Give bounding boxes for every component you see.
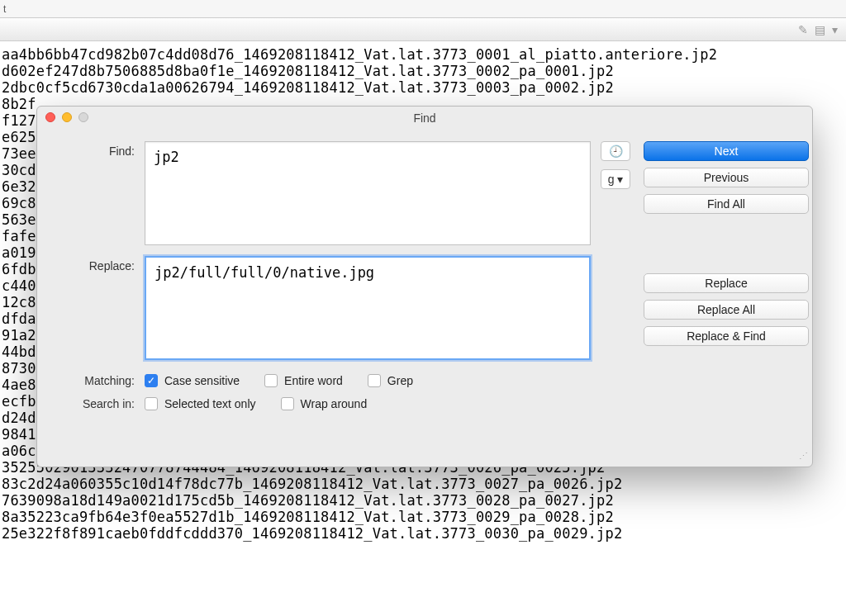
minimize-icon[interactable] [62, 112, 72, 122]
find-all-button[interactable]: Find All [644, 194, 809, 214]
text-line: 83c2d24a060355c10d14f78dc77b_14692081184… [2, 476, 846, 492]
grep-checkbox[interactable] [368, 374, 381, 387]
close-icon[interactable] [45, 112, 55, 122]
window-controls [45, 112, 88, 122]
search-in-label: Search in: [52, 397, 135, 410]
selected-text-only-label: Selected text only [164, 397, 256, 410]
editor-toolbar: ✎ ▤ ▾ [0, 18, 846, 41]
replace-label: Replace: [52, 256, 135, 362]
text-line: 25e322f8f891caeb0fddfcddd370_14692081184… [2, 525, 846, 542]
zoom-icon[interactable] [78, 112, 88, 122]
find-label: Find: [52, 141, 135, 248]
replace-button[interactable]: Replace [644, 273, 809, 293]
selected-text-only-checkbox[interactable] [145, 397, 158, 410]
text-line: 2dbc0cf5cd6730cda1a00626794_146920811841… [2, 79, 846, 96]
text-line: 7639098a18d149a0021d175cd5b_146920811841… [2, 492, 846, 509]
pencil-icon[interactable]: ✎ [798, 23, 808, 36]
text-line: aa4bb6bb47cd982b07c4dd08d76_146920811841… [2, 46, 846, 63]
find-input[interactable] [145, 141, 591, 245]
entire-word-checkbox[interactable] [264, 374, 278, 387]
dropdown-icon[interactable]: ▾ [832, 23, 838, 36]
previous-button[interactable]: Previous [644, 168, 809, 187]
entire-word-label: Entire word [284, 374, 343, 387]
matching-label: Matching: [52, 374, 135, 387]
replace-input[interactable] [145, 256, 591, 360]
wrap-around-checkbox[interactable] [281, 397, 294, 410]
resize-handle-icon[interactable]: ⋰ [799, 453, 810, 465]
dialog-title: Find [413, 111, 435, 125]
text-line: 8a35223ca9fb64e3f0ea5527d1b_146920811841… [2, 509, 846, 525]
grep-label: Grep [387, 374, 413, 387]
document-icon[interactable]: ▤ [815, 23, 825, 36]
history-button[interactable]: 🕘 [601, 141, 630, 161]
grep-mode-button[interactable]: g ▾ [601, 169, 630, 189]
case-sensitive-checkbox[interactable]: ✓ [145, 374, 158, 387]
file-tab-indicator: t [0, 0, 846, 18]
dialog-titlebar: Find [37, 107, 812, 130]
case-sensitive-label: Case sensitive [164, 374, 240, 387]
replace-all-button[interactable]: Replace All [644, 300, 809, 320]
wrap-around-label: Wrap around [301, 397, 368, 410]
text-line: d602ef247d8b7506885d8ba0f1e_146920811841… [2, 63, 846, 79]
find-dialog: Find Find: 🕘 g ▾ Next Previous Find All … [36, 106, 813, 467]
replace-and-find-button[interactable]: Replace & Find [644, 326, 809, 346]
next-button[interactable]: Next [644, 141, 809, 161]
